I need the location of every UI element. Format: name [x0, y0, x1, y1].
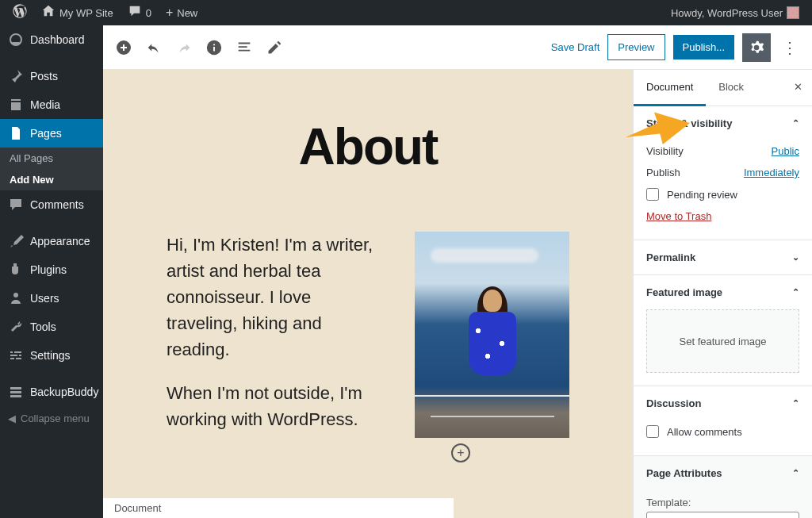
submenu-all-pages[interactable]: All Pages	[0, 148, 103, 169]
comments-link[interactable]: 0	[121, 0, 158, 25]
allow-comments-checkbox[interactable]: Allow comments	[646, 420, 799, 443]
paragraph-1[interactable]: Hi, I'm Kristen! I'm a writer, artist an…	[167, 232, 383, 363]
dashboard-icon	[8, 32, 24, 48]
howdy-link[interactable]: Howdy, WordPress User	[665, 0, 806, 25]
pin-icon	[8, 68, 24, 84]
wp-logo[interactable]	[6, 0, 33, 25]
comment-icon	[128, 4, 142, 21]
tab-block[interactable]: Block	[706, 70, 756, 106]
user-icon	[8, 290, 24, 306]
submenu-add-new[interactable]: Add New	[0, 169, 103, 190]
sidebar-item-pages[interactable]: Pages	[0, 119, 103, 148]
preview-button[interactable]: Preview	[607, 34, 665, 60]
wrench-icon	[8, 319, 24, 335]
sidebar-item-appearance[interactable]: Appearance	[0, 227, 103, 255]
site-name: My WP Site	[59, 7, 113, 19]
outline-button[interactable]	[235, 38, 254, 57]
sidebar-item-comments[interactable]: Comments	[0, 190, 103, 219]
template-select[interactable]: Default template⌄	[646, 512, 799, 518]
info-button[interactable]	[205, 38, 224, 57]
pages-icon	[8, 125, 24, 141]
publish-label: Publish	[646, 167, 680, 178]
sidebar-item-users[interactable]: Users	[0, 284, 103, 313]
comment-icon	[8, 197, 24, 213]
breadcrumb[interactable]: Document	[114, 502, 161, 514]
avatar	[787, 6, 799, 19]
sidebar-item-settings[interactable]: Settings	[0, 341, 103, 370]
breadcrumb-bar: Document	[103, 497, 454, 518]
panel-attributes-header[interactable]: Page Attributes⌃	[634, 456, 812, 490]
add-block-button[interactable]	[114, 38, 133, 57]
wordpress-icon	[13, 4, 27, 21]
new-link[interactable]: +New	[159, 0, 204, 25]
undo-button[interactable]	[144, 38, 163, 57]
admin-bar: My WP Site 0 +New Howdy, WordPress User	[0, 0, 812, 25]
backup-icon	[8, 384, 24, 400]
chevron-up-icon: ⌃	[792, 468, 799, 478]
tab-document[interactable]: Document	[634, 70, 706, 106]
sidebar-item-tools[interactable]: Tools	[0, 313, 103, 341]
admin-sidebar: Dashboard Posts Media Pages All Pages Ad…	[0, 25, 103, 518]
chevron-up-icon: ⌃	[792, 398, 799, 409]
sidebar-item-plugins[interactable]: Plugins	[0, 255, 103, 284]
panel-featured-header[interactable]: Featured image⌃	[634, 275, 812, 309]
sidebar-item-backupbuddy[interactable]: BackupBuddy	[0, 378, 103, 406]
more-menu[interactable]: ⋮	[779, 38, 801, 57]
visibility-value[interactable]: Public	[772, 145, 799, 157]
template-label: Template:	[646, 497, 799, 508]
paragraph-2[interactable]: When I'm not outside, I'm working with W…	[167, 380, 383, 432]
visibility-label: Visibility	[646, 145, 684, 157]
collapse-menu[interactable]: ◀Collapse menu	[0, 406, 103, 431]
home-icon	[41, 4, 56, 21]
save-draft-button[interactable]: Save Draft	[551, 41, 599, 53]
redo-button[interactable]	[174, 38, 193, 57]
panel-discussion-header[interactable]: Discussion⌃	[634, 386, 812, 420]
settings-panel: Document Block ✕ Status & visibility⌃ Vi…	[633, 70, 812, 518]
block-editor: Save Draft Preview Publish... ⋮ About Hi…	[103, 25, 812, 518]
panel-status-header[interactable]: Status & visibility⌃	[634, 106, 812, 140]
sliders-icon	[8, 347, 24, 363]
chevron-up-icon: ⌃	[792, 118, 799, 129]
move-to-trash[interactable]: Move to Trash	[646, 210, 711, 222]
set-featured-image[interactable]: Set featured image	[646, 309, 799, 373]
sidebar-item-media[interactable]: Media	[0, 90, 103, 119]
add-block-inline[interactable]: +	[451, 443, 470, 462]
brush-icon	[8, 233, 24, 249]
page-title[interactable]: About	[167, 117, 569, 176]
panel-permalink-header[interactable]: Permalink⌄	[634, 240, 812, 274]
sidebar-item-posts[interactable]: Posts	[0, 62, 103, 90]
close-panel[interactable]: ✕	[784, 70, 812, 106]
chevron-down-icon: ⌄	[792, 252, 799, 263]
plus-icon: +	[166, 6, 173, 20]
plugin-icon	[8, 262, 24, 278]
editor-header: Save Draft Preview Publish... ⋮	[103, 25, 812, 70]
image-block[interactable]	[415, 232, 569, 438]
sidebar-item-dashboard[interactable]: Dashboard	[0, 25, 103, 54]
settings-toggle[interactable]	[742, 33, 771, 62]
pending-review-checkbox[interactable]: Pending review	[646, 183, 799, 205]
publish-button[interactable]: Publish...	[673, 35, 734, 59]
text-column[interactable]: Hi, I'm Kristen! I'm a writer, artist an…	[167, 232, 383, 438]
pages-submenu: All Pages Add New	[0, 148, 103, 190]
publish-value[interactable]: Immediately	[744, 167, 799, 178]
media-icon	[8, 97, 24, 113]
chevron-up-icon: ⌃	[792, 287, 799, 297]
collapse-icon: ◀	[8, 412, 16, 424]
editor-canvas[interactable]: About Hi, I'm Kristen! I'm a writer, art…	[103, 70, 633, 518]
site-link[interactable]: My WP Site	[35, 0, 120, 25]
edit-button[interactable]	[265, 38, 284, 57]
